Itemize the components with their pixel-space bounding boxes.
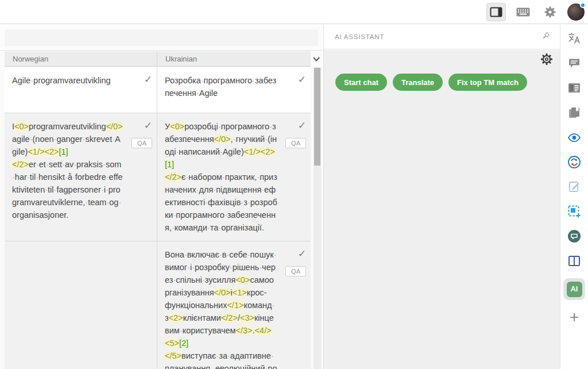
- editor-toolbar: [0, 25, 323, 51]
- gear-icon: [543, 5, 557, 19]
- segment-text: I<0>programvareutvikling</0>agile·(noen·…: [12, 120, 123, 221]
- editor-scrollbar[interactable]: [314, 67, 321, 369]
- ai-badge: AI: [567, 282, 582, 297]
- target-cell[interactable]: Вона·включає·в·себе·пошук·вимог·і·розроб…: [157, 241, 311, 369]
- target-cell[interactable]: У<0>розробці·програмного·забезпечення</0…: [157, 113, 311, 241]
- ai-assistant-header: AI ASSISTANT: [324, 25, 560, 49]
- approved-check-icon: ✓: [144, 121, 152, 131]
- approved-check-icon: ✓: [298, 249, 306, 259]
- grid-header: Norwegian Ukrainian: [5, 51, 311, 67]
- pin-icon[interactable]: [541, 31, 551, 43]
- add-panel-button[interactable]: [567, 310, 582, 325]
- keyboard-shortcuts-button[interactable]: [513, 3, 533, 21]
- split-view-icon[interactable]: [567, 253, 582, 268]
- ai-action-buttons: Start chat Translate Fix top TM match: [335, 74, 527, 91]
- right-icon-rail: AI: [560, 25, 588, 369]
- ai-assistant-panel: AI ASSISTANT Start chat Translate Fix to…: [323, 25, 560, 369]
- translate-button[interactable]: Translate: [393, 74, 443, 91]
- glossary-book-icon[interactable]: [567, 105, 582, 120]
- segment-row: Agile·programvareutvikling✓Розробка·прог…: [5, 67, 311, 113]
- user-avatar[interactable]: [567, 3, 585, 21]
- segment-text: Agile·programvareutvikling: [12, 74, 123, 87]
- ai-assistant-body: Start chat Translate Fix top TM match: [324, 50, 560, 369]
- translation-editor: Norwegian Ukrainian Agile·programvareutv…: [0, 25, 323, 369]
- segment-text: Вона·включає·в·себе·пошук·вимог·і·розроб…: [165, 248, 277, 369]
- ai-settings-gear-icon[interactable]: [539, 52, 554, 67]
- notification-dot: [580, 2, 586, 8]
- chevron-down-icon[interactable]: [311, 55, 322, 64]
- sync-icon[interactable]: [567, 155, 582, 170]
- context-card-icon[interactable]: [567, 80, 582, 95]
- qa-badge[interactable]: QA: [285, 138, 306, 148]
- source-cell[interactable]: Agile·programvareutvikling✓: [5, 67, 157, 113]
- draft-edit-icon[interactable]: [567, 179, 582, 194]
- qa-badge[interactable]: QA: [131, 138, 152, 148]
- segment-list: Agile·programvareutvikling✓Розробка·прог…: [5, 67, 311, 369]
- layout-toggle-button[interactable]: [486, 3, 506, 21]
- ai-assistant-title: AI ASSISTANT: [335, 33, 384, 40]
- chat-bubble-icon[interactable]: [567, 229, 582, 244]
- layout-toggle-icon: [490, 7, 502, 17]
- keyboard-icon: [516, 7, 530, 17]
- approved-check-icon: ✓: [144, 75, 152, 85]
- target-language-header: Ukrainian: [157, 51, 311, 66]
- approved-check-icon: ✓: [298, 121, 306, 131]
- segment-text: У<0>розробці·програмного·забезпечення</0…: [165, 120, 277, 234]
- comments-icon[interactable]: [567, 56, 582, 71]
- editor-toolbar-bar: [5, 29, 318, 46]
- editor-scrollbar-thumb[interactable]: [314, 68, 320, 166]
- qa-badge[interactable]: QA: [285, 266, 306, 276]
- sidebar-item-ai-assistant[interactable]: AI: [563, 278, 585, 300]
- translate-icon[interactable]: [567, 31, 582, 46]
- target-cell[interactable]: Розробка·програмного·забезпечення·Agile✓: [157, 67, 311, 113]
- source-language-header: Norwegian: [5, 51, 157, 66]
- screenshot-crop-icon[interactable]: [567, 204, 582, 219]
- topbar-actions: [486, 0, 585, 24]
- source-cell[interactable]: I<0>programvareutvikling</0>agile·(noen·…: [5, 113, 157, 241]
- start-chat-button[interactable]: Start chat: [335, 74, 387, 91]
- segment-text: Розробка·програмного·забезпечення·Agile: [165, 74, 277, 99]
- fix-top-tm-match-button[interactable]: Fix top TM match: [448, 74, 527, 91]
- settings-button[interactable]: [540, 3, 560, 21]
- preview-eye-icon[interactable]: [567, 130, 582, 145]
- source-cell[interactable]: [5, 241, 157, 369]
- segment-row: Вона·включає·в·себе·пошук·вимог·і·розроб…: [5, 241, 311, 369]
- approved-check-icon: ✓: [298, 75, 306, 85]
- top-bar: [0, 0, 588, 24]
- segment-row: I<0>programvareutvikling</0>agile·(noen·…: [5, 113, 311, 241]
